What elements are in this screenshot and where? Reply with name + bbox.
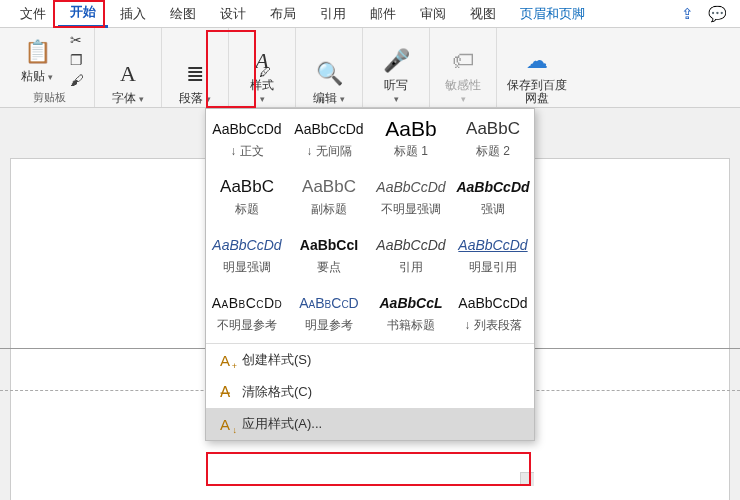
styles-label: 样式 — [250, 78, 274, 92]
style-sample: AaBbC — [302, 175, 356, 199]
style-sample: AaBbCcDd — [376, 175, 445, 199]
style-sample: AaBbCcDd — [456, 175, 529, 199]
font-button[interactable]: A 字体 ▾ — [105, 58, 151, 105]
panel-resize-grip[interactable] — [520, 472, 534, 486]
style-name-label: 明显引用 — [469, 259, 517, 276]
style-sample: AaBbCcDd — [376, 233, 445, 257]
style-gallery-item[interactable]: AaBbC标题 2 — [452, 109, 534, 167]
style-gallery-item[interactable]: AaBbCcL书籍标题 — [370, 283, 452, 341]
paragraph-icon: ≣ — [186, 58, 204, 90]
copy-icon[interactable]: ❐ — [70, 52, 84, 68]
styles-button[interactable]: A🖊 样式▾ — [239, 45, 285, 105]
style-sample: AaBbCcDd — [458, 233, 527, 257]
style-sample: AaBbC — [220, 175, 274, 199]
save-baidu-button[interactable]: ☁ 保存到百度网盘 — [507, 45, 567, 105]
tab-design[interactable]: 设计 — [208, 1, 258, 27]
tab-layout[interactable]: 布局 — [258, 1, 308, 27]
dictate-button[interactable]: 🎤 听写▾ — [373, 45, 419, 105]
group-baidu: ☁ 保存到百度网盘 — [497, 28, 577, 107]
dictate-label: 听写 — [384, 78, 408, 92]
font-icon: A — [120, 58, 136, 90]
style-name-label: 强调 — [481, 201, 505, 218]
style-sample: AaBb — [385, 117, 436, 141]
microphone-icon: 🎤 — [383, 45, 410, 77]
search-icon: 🔍 — [316, 58, 343, 90]
style-gallery-item[interactable]: AaBbCcDd不明显强调 — [370, 167, 452, 225]
paragraph-label: 段落 — [179, 91, 203, 105]
style-sample: AaBbCcDd — [212, 233, 281, 257]
tab-mail[interactable]: 邮件 — [358, 1, 408, 27]
style-gallery-item[interactable]: AaBbCcDd↓ 正文 — [206, 109, 288, 167]
style-gallery-item[interactable]: AaBbCcDd明显引用 — [452, 225, 534, 283]
style-name-label: 明显参考 — [305, 317, 353, 334]
style-sample: AaBbCcL — [379, 291, 442, 315]
style-name-label: 不明显参考 — [217, 317, 277, 334]
style-name-label: 明显强调 — [223, 259, 271, 276]
style-gallery-item[interactable]: AaBbCcDd↓ 列表段落 — [452, 283, 534, 341]
style-name-label: ↓ 正文 — [230, 143, 263, 160]
comments-icon[interactable]: 💬 — [702, 5, 732, 23]
style-gallery-item[interactable]: AaBbCcI要点 — [288, 225, 370, 283]
paste-label: 粘贴 — [21, 69, 45, 83]
style-name-label: 标题 1 — [394, 143, 428, 160]
clipboard-icon: 📋 — [24, 36, 51, 68]
tab-references[interactable]: 引用 — [308, 1, 358, 27]
group-font: A 字体 ▾ — [95, 28, 162, 107]
clipboard-group-label: 剪贴板 — [33, 90, 66, 105]
sensitivity-button[interactable]: 🏷 敏感性▾ — [440, 45, 486, 105]
cut-icon[interactable]: ✂ — [70, 32, 84, 48]
editing-label: 编辑 — [313, 91, 337, 105]
save-baidu-label: 保存到百度网盘 — [507, 79, 567, 105]
format-painter-icon[interactable]: 🖌 — [70, 72, 84, 88]
clear-format-item[interactable]: A̶ 清除格式(C) — [206, 376, 534, 408]
style-gallery-item[interactable]: AaBbCcD明显参考 — [288, 283, 370, 341]
clear-format-icon: A̶ — [216, 383, 234, 401]
style-gallery-item[interactable]: AaBbCcDd明显强调 — [206, 225, 288, 283]
tab-home[interactable]: 开始 — [58, 0, 108, 28]
style-gallery-item[interactable]: AaBbC副标题 — [288, 167, 370, 225]
group-sensitivity: 🏷 敏感性▾ — [430, 28, 497, 107]
share-icon[interactable]: ⇪ — [672, 5, 702, 23]
group-clipboard: 📋 粘贴 ▾ ✂ ❐ 🖌 剪贴板 — [4, 28, 95, 107]
style-name-label: ↓ 列表段落 — [464, 317, 521, 334]
style-sample: AaBbCcDd — [294, 117, 363, 141]
sensitivity-label: 敏感性 — [445, 78, 481, 92]
style-name-label: 要点 — [317, 259, 341, 276]
style-gallery-item[interactable]: AaBbCcDd不明显参考 — [206, 283, 288, 341]
tab-draw[interactable]: 绘图 — [158, 1, 208, 27]
font-label: 字体 — [112, 91, 136, 105]
group-paragraph: ≣ 段落 ▾ — [162, 28, 229, 107]
baidu-cloud-icon: ☁ — [526, 45, 548, 77]
styles-dropdown-panel: AaBbCcDd↓ 正文AaBbCcDd↓ 无间隔AaBb标题 1AaBbC标题… — [205, 108, 535, 441]
style-name-label: 副标题 — [311, 201, 347, 218]
style-gallery-item[interactable]: AaBb标题 1 — [370, 109, 452, 167]
editing-button[interactable]: 🔍 编辑 ▾ — [306, 58, 352, 105]
style-gallery-item[interactable]: AaBbCcDd强调 — [452, 167, 534, 225]
tab-insert[interactable]: 插入 — [108, 1, 158, 27]
ribbon-tabs: 文件 开始 插入 绘图 设计 布局 引用 邮件 审阅 视图 页眉和页脚 ⇪ 💬 — [0, 0, 740, 28]
style-name-label: 书籍标题 — [387, 317, 435, 334]
styles-icon: A🖊 — [255, 45, 268, 77]
style-gallery-item[interactable]: AaBbCcDd引用 — [370, 225, 452, 283]
style-name-label: 标题 — [235, 201, 259, 218]
create-style-label: 创建样式(S) — [242, 351, 311, 369]
apply-styles-icon: A↓ — [216, 416, 234, 433]
styles-gallery: AaBbCcDd↓ 正文AaBbCcDd↓ 无间隔AaBb标题 1AaBbC标题… — [206, 109, 534, 341]
tab-header-footer[interactable]: 页眉和页脚 — [508, 1, 597, 27]
paragraph-button[interactable]: ≣ 段落 ▾ — [172, 58, 218, 105]
style-gallery-item[interactable]: AaBbC标题 — [206, 167, 288, 225]
clear-format-label: 清除格式(C) — [242, 383, 312, 401]
apply-styles-label: 应用样式(A)... — [242, 415, 322, 433]
group-styles: A🖊 样式▾ — [229, 28, 296, 107]
create-style-item[interactable]: A+ 创建样式(S) — [206, 344, 534, 376]
tab-file[interactable]: 文件 — [8, 1, 58, 27]
tab-review[interactable]: 审阅 — [408, 1, 458, 27]
clipboard-mini: ✂ ❐ 🖌 — [70, 32, 84, 88]
style-gallery-item[interactable]: AaBbCcDd↓ 无间隔 — [288, 109, 370, 167]
paste-button[interactable]: 📋 粘贴 ▾ — [14, 36, 60, 83]
tab-view[interactable]: 视图 — [458, 1, 508, 27]
apply-styles-item[interactable]: A↓ 应用样式(A)... — [206, 408, 534, 440]
style-sample: AaBbC — [466, 117, 520, 141]
style-name-label: 不明显强调 — [381, 201, 441, 218]
ribbon: 📋 粘贴 ▾ ✂ ❐ 🖌 剪贴板 A 字体 ▾ ≣ 段落 ▾ A🖊 样式▾ — [0, 28, 740, 108]
